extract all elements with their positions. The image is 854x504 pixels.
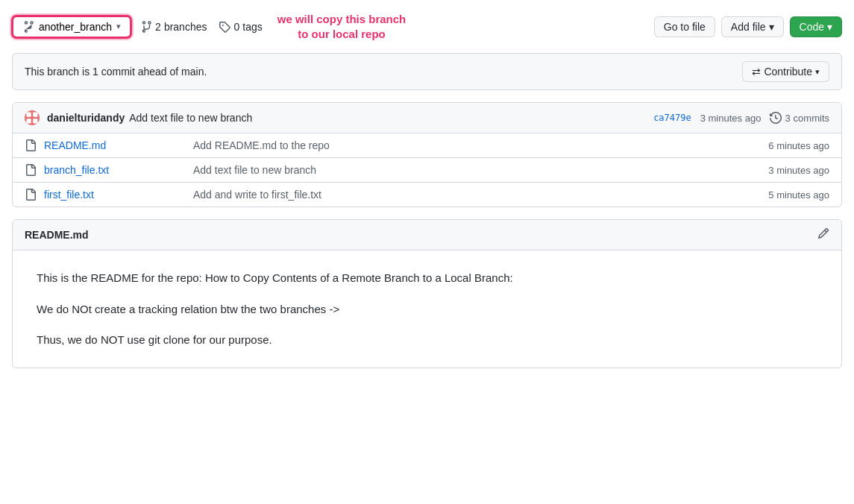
- go-to-file-button[interactable]: Go to file: [654, 16, 715, 37]
- files-header: danielturidandy Add text file to new bra…: [13, 103, 841, 133]
- commit-meta: ca7479e 3 minutes ago 3 commits: [653, 112, 829, 124]
- commit-message: Add text file to new branch: [129, 112, 252, 124]
- branches-meta-icon: [140, 21, 152, 33]
- file-icon: [25, 139, 37, 151]
- tag-icon: [219, 21, 230, 33]
- file-row: branch_file.txt Add text file to new bra…: [13, 158, 841, 183]
- branch-icon: [22, 21, 34, 33]
- toolbar-right: Go to file Add file ▾ Code ▾: [654, 16, 842, 37]
- commits-count: 3: [785, 113, 790, 124]
- contribute-label: Contribute: [764, 66, 812, 78]
- file-time: 6 minutes ago: [768, 140, 829, 151]
- file-commit-msg: Add README.md to the repo: [193, 139, 768, 151]
- readme-title: README.md: [25, 229, 89, 241]
- readme-paragraph: This is the README for the repo: How to …: [37, 268, 817, 288]
- commit-author[interactable]: danielturidandy: [47, 112, 125, 124]
- contribute-icon: ⇄: [752, 66, 761, 78]
- svg-rect-1: [27, 113, 31, 117]
- readme-paragraph: We do NOt create a tracking relation btw…: [37, 300, 817, 319]
- edit-icon[interactable]: [817, 227, 829, 242]
- files-section: danielturidandy Add text file to new bra…: [12, 102, 842, 207]
- file-name[interactable]: first_file.txt: [44, 189, 193, 201]
- file-name[interactable]: branch_file.txt: [44, 164, 193, 176]
- branch-dropdown-arrow: ▾: [116, 22, 121, 31]
- add-file-button[interactable]: Add file ▾: [721, 16, 784, 37]
- meta-links: 2 branches 0 tags: [140, 21, 263, 33]
- file-row: README.md Add README.md to the repo 6 mi…: [13, 133, 841, 158]
- contribute-arrow: ▾: [815, 67, 820, 77]
- file-icon: [25, 164, 37, 176]
- branch-name: another_branch: [39, 21, 112, 33]
- readme-paragraph: Thus, we do NOT use git clone for our pu…: [37, 330, 817, 350]
- avatar-icon: [25, 110, 40, 125]
- file-rows-container: README.md Add README.md to the repo 6 mi…: [13, 133, 841, 207]
- file-commit-msg: Add text file to new branch: [193, 164, 768, 176]
- history-icon: [770, 112, 782, 124]
- svg-rect-3: [27, 119, 31, 123]
- commit-ahead-text: This branch is 1 commit ahead of main.: [25, 66, 207, 78]
- branches-count: 2: [155, 21, 161, 33]
- file-time: 5 minutes ago: [768, 189, 829, 201]
- commits-link[interactable]: 3 commits: [770, 112, 829, 124]
- tags-link[interactable]: 0 tags: [219, 21, 262, 33]
- toolbar: another_branch ▾ 2 branches 0 tags we wi…: [12, 12, 842, 41]
- tags-label: tags: [242, 21, 262, 33]
- author-avatar: [25, 110, 40, 125]
- branches-link[interactable]: 2 branches: [140, 21, 207, 33]
- pencil-icon: [817, 227, 829, 239]
- branch-selector[interactable]: another_branch ▾: [12, 16, 131, 38]
- file-icon: [25, 189, 37, 201]
- file-commit-msg: Add and write to first_file.txt: [193, 189, 768, 201]
- readme-body: This is the README for the repo: How to …: [13, 251, 841, 368]
- commits-label: commits: [794, 113, 829, 124]
- tags-count: 0: [233, 21, 239, 33]
- add-file-arrow: ▾: [769, 21, 774, 33]
- file-time: 3 minutes ago: [768, 165, 829, 176]
- commit-time: 3 minutes ago: [700, 113, 762, 124]
- file-row: first_file.txt Add and write to first_fi…: [13, 183, 841, 207]
- commit-ahead-bar: This branch is 1 commit ahead of main. ⇄…: [12, 53, 842, 90]
- svg-rect-4: [33, 119, 37, 123]
- commit-hash[interactable]: ca7479e: [653, 113, 691, 123]
- branches-label: branches: [164, 21, 207, 33]
- annotation-label: we will copy this branch to our local re…: [277, 12, 406, 41]
- svg-rect-2: [33, 113, 37, 117]
- commit-info: danielturidandy Add text file to new bra…: [47, 112, 646, 124]
- readme-header: README.md: [13, 220, 841, 251]
- contribute-button[interactable]: ⇄ Contribute ▾: [742, 61, 829, 82]
- code-button[interactable]: Code ▾: [790, 16, 842, 37]
- code-arrow: ▾: [827, 21, 832, 33]
- readme-section: README.md This is the README for the rep…: [12, 219, 842, 368]
- file-name[interactable]: README.md: [44, 139, 193, 151]
